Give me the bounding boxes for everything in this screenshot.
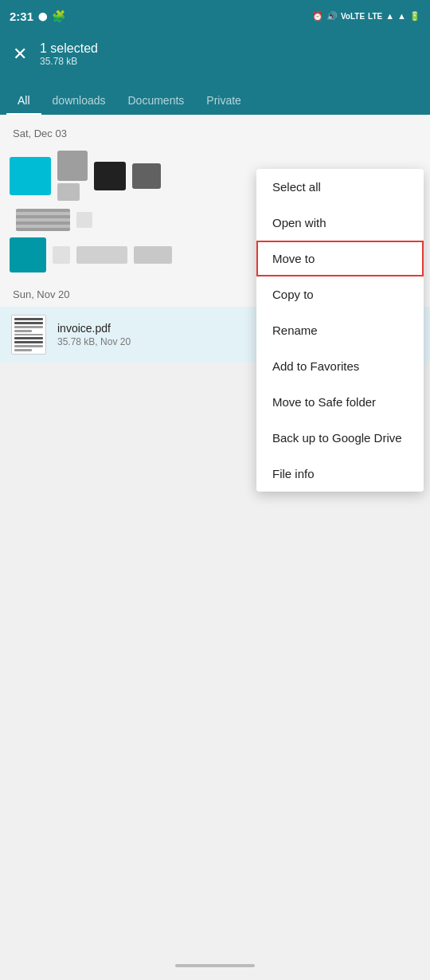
close-button[interactable]: ✕ <box>13 44 27 65</box>
thumb-gray-light-1 <box>57 183 80 201</box>
context-menu: Select all Open with Move to Copy to Ren… <box>256 169 424 492</box>
lte-icon: LTE <box>368 12 382 21</box>
tab-documents[interactable]: Documents <box>117 84 196 115</box>
status-left: 2:31 ⬤ 🧩 <box>10 10 65 23</box>
thumb-dark-gray <box>132 163 161 189</box>
selected-count: 1 selected <box>40 41 98 56</box>
thumb-bar2 <box>134 246 172 264</box>
thumb-striped <box>16 209 70 231</box>
pdf-line-1 <box>14 318 43 320</box>
menu-item-open-with[interactable]: Open with <box>256 205 424 241</box>
menu-item-file-info[interactable]: File info <box>256 456 424 492</box>
menu-item-move-safe[interactable]: Move to Safe folder <box>256 384 424 420</box>
thumb-sm-gray <box>53 246 70 264</box>
tab-bar: All downloads Documents Private <box>0 76 430 115</box>
tab-all[interactable]: All <box>6 84 41 115</box>
thumb-small-white <box>76 212 92 228</box>
tab-downloads[interactable]: downloads <box>41 84 117 115</box>
pdf-line-3 <box>14 326 43 328</box>
pdf-line-4 <box>14 330 32 332</box>
wifi-calling-icon: VoLTE <box>341 12 365 21</box>
pdf-line-2 <box>14 322 43 324</box>
main-content: Sat, Dec 03 Sun, Nov 20 <box>0 115 430 363</box>
status-bar: 2:31 ⬤ 🧩 ⏰ 🔊 VoLTE LTE ▲ ▲ 🔋 <box>0 0 430 32</box>
thumb-gray-group <box>57 151 88 201</box>
circle-icon: ⬤ <box>38 12 47 21</box>
thumb-teal <box>10 237 46 272</box>
pdf-line-8 <box>14 345 43 347</box>
battery-icon: 🔋 <box>409 11 420 22</box>
menu-item-add-favorites[interactable]: Add to Favorites <box>256 348 424 384</box>
volume-icon: 🔊 <box>326 11 338 22</box>
thumb-cyan <box>10 157 51 195</box>
signal-icon: ▲ <box>385 11 394 21</box>
tab-private[interactable]: Private <box>195 84 252 115</box>
bottom-handle <box>175 964 255 967</box>
menu-item-select-all[interactable]: Select all <box>256 169 424 205</box>
signal-icon-2: ▲ <box>397 11 406 21</box>
pdf-line-7 <box>14 341 43 343</box>
puzzle-icon: 🧩 <box>52 10 65 22</box>
action-bar: ✕ 1 selected 35.78 kB <box>0 32 430 76</box>
menu-item-copy-to[interactable]: Copy to <box>256 276 424 312</box>
status-time: 2:31 <box>10 10 33 23</box>
pdf-line-9 <box>14 349 32 351</box>
thumb-bar1 <box>76 246 127 264</box>
menu-item-rename[interactable]: Rename <box>256 312 424 348</box>
selection-info: 1 selected 35.78 kB <box>40 41 98 67</box>
pdf-thumbnail <box>11 315 46 355</box>
selected-size: 35.78 kB <box>40 56 98 67</box>
thumb-gray-1 <box>57 151 88 181</box>
pdf-line-5 <box>14 334 43 336</box>
thumb-black <box>94 162 126 190</box>
menu-item-backup-drive[interactable]: Back up to Google Drive <box>256 420 424 456</box>
pdf-line-6 <box>14 337 43 339</box>
alarm-icon: ⏰ <box>312 11 323 22</box>
date-label-dec: Sat, Dec 03 <box>0 115 430 146</box>
status-right: ⏰ 🔊 VoLTE LTE ▲ ▲ 🔋 <box>312 11 420 22</box>
menu-item-move-to[interactable]: Move to <box>256 241 424 276</box>
